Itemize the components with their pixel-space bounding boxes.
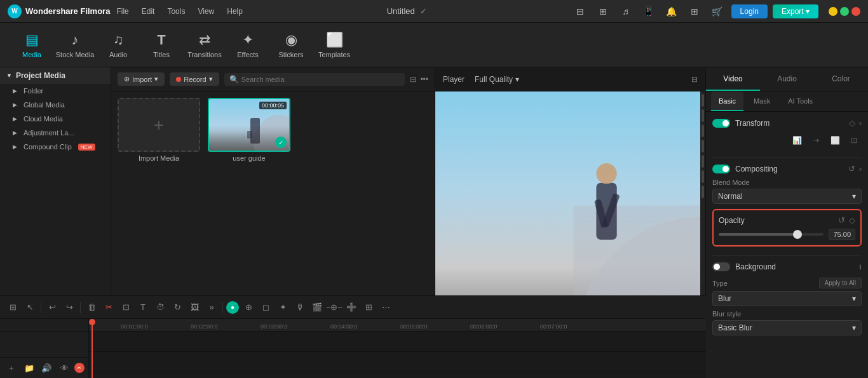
grid-icon[interactable]: ⊞ (594, 3, 612, 20)
monitor-icon[interactable]: ⊟ (571, 3, 589, 20)
maximize-button[interactable]: □ (840, 7, 849, 16)
quality-selector[interactable]: Full Quality ▾ (475, 75, 519, 84)
more-icon[interactable]: ••• (420, 75, 428, 84)
compositing-reset-icon[interactable]: ↺ (848, 164, 855, 173)
nav-help[interactable]: Help (227, 7, 243, 16)
opacity-diamond-icon[interactable]: ◇ (849, 215, 855, 225)
tl-add-track[interactable]: + (4, 360, 19, 375)
transform-expand-icon[interactable]: › (859, 118, 862, 128)
subtab-ai-tools[interactable]: AI Tools (780, 91, 820, 111)
tl-timer-button[interactable]: ⏱ (153, 300, 168, 315)
toolbar-stickers[interactable]: ◉ Stickers (269, 26, 313, 64)
tl-audio-button[interactable]: 🎙 (292, 300, 308, 315)
subtab-mask[interactable]: Mask (746, 91, 778, 111)
toolbar-stock-media[interactable]: ♪ Stock Media (53, 26, 97, 64)
opacity-value[interactable]: 75.00 (829, 229, 855, 240)
tl-minus-button[interactable]: −⊕− (327, 300, 342, 315)
headphone-icon[interactable]: ♬ (617, 3, 635, 20)
sidebar-item-compound-clip[interactable]: ▶ Compound Clip NEW (0, 140, 111, 154)
tl-audio-track[interactable]: 🔊 (39, 360, 55, 375)
search-input[interactable] (241, 76, 400, 83)
phone-icon[interactable]: 📱 (640, 3, 658, 20)
apps-icon[interactable]: ⊞ (686, 3, 703, 20)
tab-color[interactable]: Color (814, 67, 868, 91)
tl-zoom-button[interactable]: ➕ (344, 300, 359, 315)
tl-image-button[interactable]: 🖼 (187, 300, 202, 315)
type-select[interactable]: Blur ▾ (712, 291, 862, 306)
tl-crop-button[interactable]: ⊡ (118, 300, 133, 315)
record-dot (176, 77, 181, 82)
project-media-header[interactable]: ▼ Project Media (0, 67, 111, 84)
tl-scissors-red[interactable]: ✂ (74, 363, 85, 373)
opacity-thumb[interactable] (793, 230, 802, 239)
tl-clip-button[interactable]: 🎬 (309, 300, 325, 315)
tl-text-button[interactable]: T (135, 300, 151, 315)
opacity-reset-icon[interactable]: ↺ (838, 215, 845, 225)
tab-audio[interactable]: Audio (760, 67, 814, 91)
bell-icon[interactable]: 🔔 (663, 3, 681, 20)
tl-delete-button[interactable]: 🗑 (84, 300, 99, 315)
player-settings-icon[interactable]: ⊟ (691, 75, 698, 84)
background-toggle[interactable] (712, 262, 730, 271)
right-content: Transform ◇ › 📊 ⇢ ⬜ ⊡ Comp (706, 112, 868, 378)
transform-rect-icon[interactable]: ⬜ (827, 133, 843, 148)
tl-folder-track[interactable]: 📁 (22, 360, 37, 375)
toolbar-effects[interactable]: ✦ Effects (226, 26, 269, 64)
toolbar-templates[interactable]: ⬜ Templates (313, 26, 356, 64)
tl-green-circle[interactable]: ● (226, 301, 239, 314)
nav-tools[interactable]: Tools (167, 7, 185, 16)
close-button[interactable]: × (851, 7, 860, 16)
tl-mark-button[interactable]: ◻ (258, 300, 273, 315)
media-import-placeholder[interactable]: + Import Media (118, 98, 200, 162)
tl-cut-button[interactable]: ✂ (101, 300, 116, 315)
transform-toggle[interactable] (712, 119, 730, 128)
blur-style-select[interactable]: Basic Blur ▾ (712, 320, 862, 335)
export-button[interactable]: Export ▾ (773, 4, 818, 18)
record-label: Record (184, 76, 206, 83)
tl-select-button[interactable]: ↖ (22, 300, 37, 315)
tl-undo-button[interactable]: ↩ (44, 300, 60, 315)
tl-overflow-button[interactable]: ⋯ (378, 300, 393, 315)
toolbar-titles[interactable]: T Titles (140, 26, 183, 64)
minimize-button[interactable]: − (829, 7, 837, 16)
import-button[interactable]: ⊕ Import ▾ (118, 72, 165, 86)
media-item-user-guide[interactable]: 00:00:05 ✓ user guide (208, 98, 290, 162)
timeline-content: + 📁 🔊 👁 ✂ 00:01:00:0 00:02:00:0 00:03:00… (0, 319, 706, 378)
tl-more-button[interactable]: » (204, 300, 219, 315)
tl-ripple-button[interactable]: ⊕ (241, 300, 256, 315)
player-tab[interactable]: Player (443, 75, 465, 84)
tl-ai-button[interactable]: ✦ (275, 300, 290, 315)
filter-icon[interactable]: ⊟ (410, 75, 416, 84)
nav-view[interactable]: View (198, 7, 214, 16)
cart-icon[interactable]: 🛒 (709, 3, 726, 20)
transform-corner-icon[interactable]: ⊡ (846, 133, 862, 148)
nav-edit[interactable]: Edit (142, 7, 155, 16)
tl-grid-button[interactable]: ⊞ (361, 300, 376, 315)
sidebar-item-global-media[interactable]: ▶ Global Media (0, 98, 111, 112)
tl-rotate-button[interactable]: ↻ (170, 300, 185, 315)
sidebar-item-adjustment[interactable]: ▶ Adjustment La... (0, 126, 111, 140)
apply-to-all-button[interactable]: Apply to All (819, 278, 862, 288)
transform-diamond-icon[interactable]: ◇ (849, 118, 855, 128)
toolbar-media[interactable]: ▤ Media (10, 26, 53, 64)
compositing-toggle[interactable] (712, 165, 730, 173)
tl-eye-track[interactable]: 👁 (57, 360, 72, 375)
record-button[interactable]: Record ▾ (170, 72, 219, 86)
opacity-slider-row: 75.00 (719, 229, 855, 240)
blend-mode-select[interactable]: Normal ▾ (712, 189, 862, 204)
login-button[interactable]: Login (731, 4, 768, 18)
background-info-icon[interactable]: ℹ (859, 264, 862, 271)
nav-file[interactable]: File (116, 7, 128, 16)
toolbar-audio[interactable]: ♫ Audio (97, 26, 140, 64)
sidebar-item-folder[interactable]: ▶ Folder (0, 84, 111, 98)
toolbar-transitions[interactable]: ⇄ Transitions (183, 26, 226, 64)
transform-chart-icon[interactable]: 📊 (789, 133, 804, 148)
tab-video[interactable]: Video (706, 67, 760, 91)
sidebar-item-cloud-media[interactable]: ▶ Cloud Media (0, 112, 111, 126)
opacity-track[interactable] (719, 233, 824, 236)
tl-snap-button[interactable]: ⊞ (5, 300, 20, 315)
subtab-basic[interactable]: Basic (711, 91, 743, 111)
tl-redo-button[interactable]: ↪ (62, 300, 77, 315)
compositing-expand-icon[interactable]: › (859, 164, 862, 173)
transform-arrow-icon[interactable]: ⇢ (808, 133, 824, 148)
